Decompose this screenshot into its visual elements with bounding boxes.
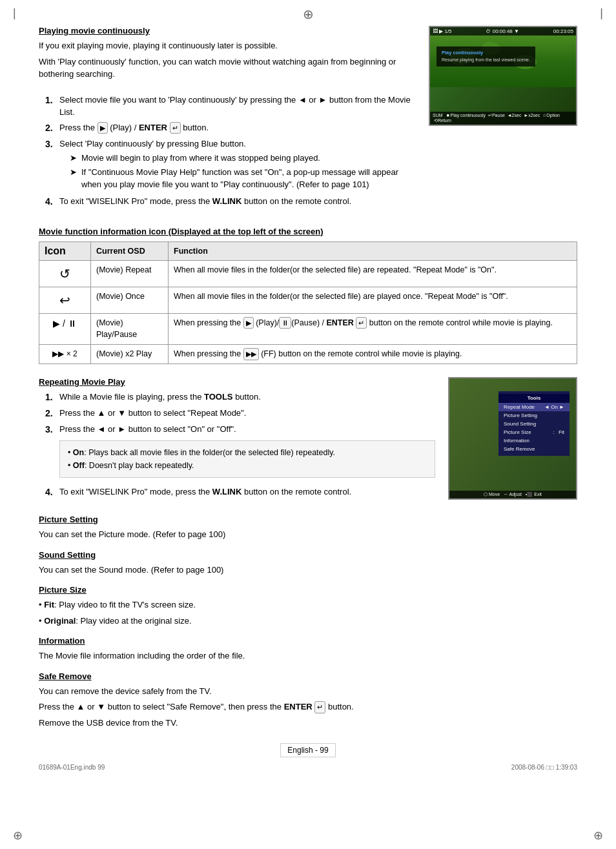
- icon-once: ↩: [39, 287, 91, 313]
- tools-menu: Tools Repeat Mode ◄ On ► Picture Setting…: [498, 391, 570, 456]
- osd-once: (Movie) Once: [91, 287, 169, 313]
- picture-size-original: • Original: Play video at the original s…: [39, 615, 577, 628]
- tv-screen-inner: 🖼 ▶ 1/5 ⏱ 00:00:48 ▼ 00:23:05 Play conti…: [430, 27, 576, 125]
- movie-function-title: Movie function information icon (Display…: [39, 227, 577, 236]
- tools-item-sound: Sound Setting: [498, 420, 570, 428]
- sub-item-1: ➤ Movie will begin to play from where it…: [70, 152, 416, 165]
- movie-function-table: Icon Current OSD Function ↺ (Movie) Repe…: [39, 241, 577, 364]
- osd-x2play: (Movie) x2 Play: [91, 345, 169, 364]
- picture-setting-section: Picture Setting You can set the Picture …: [39, 515, 577, 541]
- sound-setting-section: Sound Setting You can set the Sound mode…: [39, 550, 577, 577]
- col-icon: Icon: [39, 241, 91, 260]
- tools-menu-title: Tools: [498, 394, 570, 403]
- safe-remove-text2: Press the ▲ or ▼ button to select "Safe …: [39, 701, 577, 713]
- repeating-title: Repeating Movie Play: [39, 377, 435, 387]
- tools-item-info: Information: [498, 436, 570, 445]
- step-1: 1. Select movie file you want to 'Play c…: [45, 94, 416, 119]
- playing-movie-text: Playing movie continuously If you exit p…: [39, 26, 416, 214]
- tv-top-bar: 🖼 ▶ 1/5 ⏱ 00:00:48 ▼ 00:23:05: [430, 27, 576, 36]
- icon-playpause: ▶ / ⏸: [39, 313, 91, 345]
- bottom-left-symbol: ⊕: [13, 828, 23, 843]
- picture-setting-title: Picture Setting: [39, 515, 577, 524]
- func-repeat: When all movie files in the folder(or th…: [169, 260, 577, 287]
- col-function: Function: [169, 241, 577, 260]
- table-row: ▶ / ⏸ (Movie) Play/Pause When pressing t…: [39, 313, 577, 345]
- page-footer: English - 99: [39, 742, 577, 759]
- icon-x2play: ▶▶ × 2: [39, 345, 91, 364]
- table-row: ↩ (Movie) Once When all movie files in t…: [39, 287, 577, 313]
- icon-repeat: ↺: [39, 260, 91, 287]
- safe-remove-section: Safe Remove You can remove the device sa…: [39, 671, 577, 730]
- func-x2play: When pressing the ▶▶ (FF) button on the …: [169, 345, 577, 364]
- sound-setting-title: Sound Setting: [39, 550, 577, 560]
- tv-bottom-bar: SUM ■ Play continuously ↵Pause ◄2sec ►x2…: [430, 112, 576, 125]
- top-center-symbol: ⊕: [303, 6, 314, 22]
- tools-item-repeat: Repeat Mode ◄ On ►: [498, 403, 570, 411]
- page-number: English - 99: [280, 743, 335, 757]
- safe-remove-title: Safe Remove: [39, 671, 577, 681]
- table-row: ↺ (Movie) Repeat When all movie files in…: [39, 260, 577, 287]
- tools-menu-footer: ⬡ Move ↔ Adjust •⬛ Exit: [449, 491, 576, 498]
- on-off-note: • On: Plays back all movie files in the …: [59, 440, 435, 478]
- information-text: The Movie file information including the…: [39, 650, 577, 662]
- enter-icon: ↵: [170, 122, 181, 134]
- tv-popup: Play continuously Resume playing from th…: [436, 46, 535, 66]
- footer-left: 01689A-01Eng.indb 99: [39, 764, 105, 771]
- table-header-row: Icon Current OSD Function: [39, 241, 577, 260]
- top-left-symbol: |: [13, 6, 16, 20]
- play-button-icon: ▶: [98, 122, 108, 134]
- tools-item-safe: Safe Remove: [498, 445, 570, 453]
- playing-movie-title: Playing movie continuously: [39, 26, 416, 36]
- tools-item-picture: Picture Setting: [498, 411, 570, 420]
- playing-movie-para2: With 'Play continuously' function, you c…: [39, 56, 416, 81]
- step-3: 3. Select 'Play continuously' by pressin…: [45, 138, 416, 192]
- picture-size-fit: • Fit: Play video to fit the TV's screen…: [39, 598, 577, 611]
- table-row: ▶▶ × 2 (Movie) x2 Play When pressing the…: [39, 345, 577, 364]
- func-playpause: When pressing the ▶ (Play)/⏸(Pause) / EN…: [169, 313, 577, 345]
- playing-movie-section: Playing movie continuously If you exit p…: [39, 26, 577, 214]
- information-title: Information: [39, 636, 577, 646]
- safe-remove-text3: Remove the USB device from the TV.: [39, 717, 577, 730]
- information-section: Information The Movie file information i…: [39, 636, 577, 662]
- tv-screenshot: 🖼 ▶ 1/5 ⏱ 00:00:48 ▼ 00:23:05 Play conti…: [429, 26, 577, 126]
- func-once: When all movie files in the folder(or th…: [169, 287, 577, 313]
- sub-item-2: ➤ If "Continuous Movie Play Help" functi…: [70, 166, 416, 191]
- footer-info: 01689A-01Eng.indb 99 2008-08-06 □□ 1:39:…: [39, 764, 577, 771]
- bottom-right-symbol: ⊕: [593, 828, 603, 843]
- repeat-step-3: 3. Press the ◄ or ► button to select "On…: [45, 423, 435, 484]
- repeating-text: Repeating Movie Play 1. While a Movie fi…: [39, 377, 435, 505]
- playing-movie-para1: If you exit playing movie, playing it co…: [39, 39, 416, 52]
- osd-repeat: (Movie) Repeat: [91, 260, 169, 287]
- movie-function-section: Movie function information icon (Display…: [39, 227, 577, 364]
- page: ⊕ | | ⊕ ⊕ Playing movie continuously If …: [0, 0, 616, 849]
- picture-size-section: Picture Size • Fit: Play video to fit th…: [39, 585, 577, 627]
- repeating-steps: 1. While a Movie file is playing, press …: [45, 391, 435, 500]
- playing-movie-steps: 1. Select movie file you want to 'Play c…: [45, 94, 416, 209]
- col-osd: Current OSD: [91, 241, 169, 260]
- picture-size-title: Picture Size: [39, 585, 577, 595]
- repeat-step-2: 2. Press the ▲ or ▼ button to select "Re…: [45, 407, 435, 420]
- repeat-step-4: 4. To exit "WISELINK Pro" mode, press th…: [45, 486, 435, 499]
- tools-item-size: Picture Size : Fit: [498, 428, 570, 436]
- top-right-symbol: |: [600, 6, 603, 20]
- repeating-section: Repeating Movie Play 1. While a Movie fi…: [39, 377, 577, 505]
- picture-setting-text: You can set the Picture mode. (Refer to …: [39, 528, 577, 541]
- sound-setting-text: You can set the Sound mode. (Refer to pa…: [39, 564, 577, 577]
- osd-playpause: (Movie) Play/Pause: [91, 313, 169, 345]
- safe-remove-text1: You can remove the device safely from th…: [39, 685, 577, 698]
- step-4: 4. To exit "WISELINK Pro" mode, press th…: [45, 195, 416, 209]
- repeat-step-1: 1. While a Movie file is playing, press …: [45, 391, 435, 404]
- tools-screenshot: Tools Repeat Mode ◄ On ► Picture Setting…: [448, 377, 577, 500]
- footer-right: 2008-08-06 □□ 1:39:03: [511, 764, 577, 771]
- step-2: 2. Press the ▶ (Play) / ENTER ↵ button.: [45, 121, 416, 135]
